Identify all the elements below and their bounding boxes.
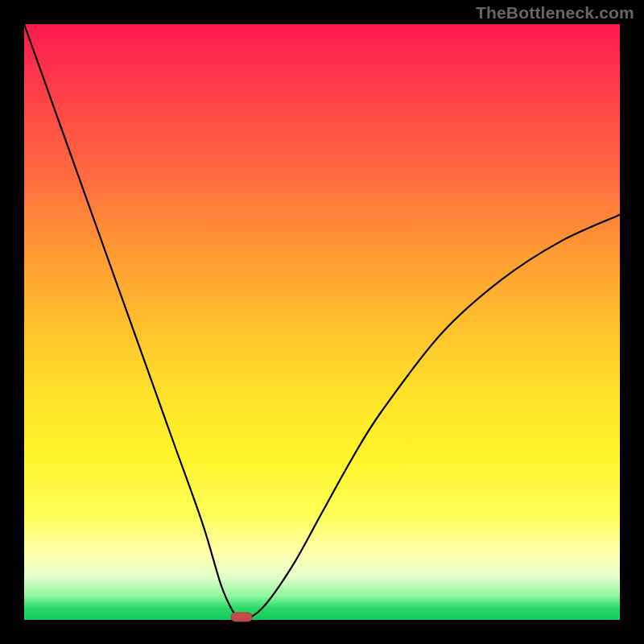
- curve-layer: [24, 24, 620, 620]
- minimum-marker: [231, 613, 252, 621]
- watermark-text: TheBottleneck.com: [476, 3, 634, 23]
- bottleneck-curve: [24, 24, 620, 620]
- plot-area: [24, 24, 620, 620]
- chart-frame: TheBottleneck.com: [0, 0, 644, 644]
